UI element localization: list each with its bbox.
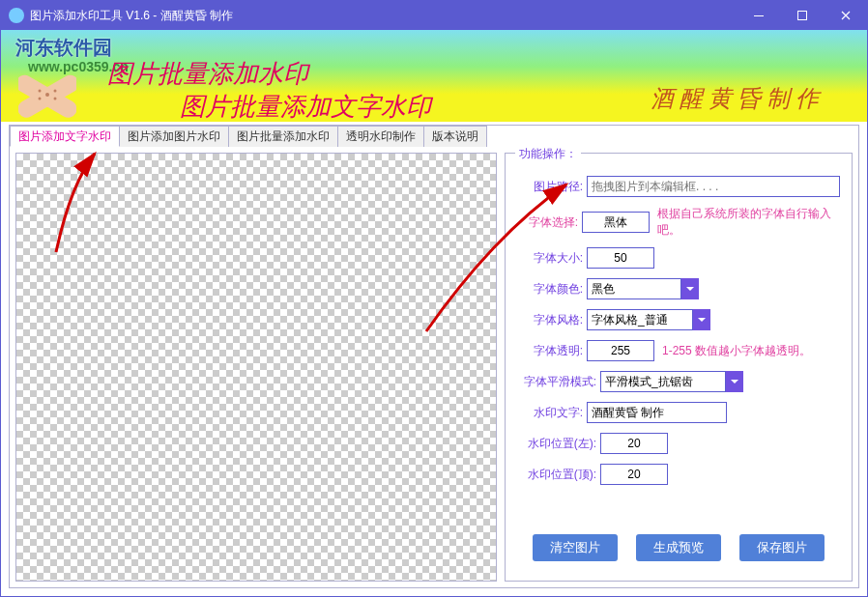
image-preview[interactable] bbox=[15, 153, 497, 582]
banner-line1: 图片批量添加水印 bbox=[107, 57, 308, 91]
font-style-select[interactable]: 字体风格_普通 bbox=[587, 309, 693, 330]
maximize-button[interactable] bbox=[780, 1, 824, 30]
minimize-button[interactable] bbox=[737, 1, 780, 30]
bandage-icon bbox=[18, 69, 76, 122]
svg-rect-2 bbox=[18, 71, 76, 121]
tab-version-notes[interactable]: 版本说明 bbox=[423, 126, 487, 147]
font-color-dropdown-button[interactable] bbox=[681, 278, 699, 299]
window-title: 图片添加水印工具 V1.6 - 酒醒黄昏 制作 bbox=[30, 8, 737, 24]
tab-transparent-watermark[interactable]: 透明水印制作 bbox=[337, 126, 424, 147]
tab-image-watermark[interactable]: 图片添加图片水印 bbox=[119, 126, 229, 147]
svg-point-4 bbox=[45, 93, 49, 97]
svg-point-8 bbox=[54, 90, 57, 93]
svg-rect-0 bbox=[754, 15, 764, 16]
pos-left-label: 水印位置(左): bbox=[517, 436, 600, 452]
font-style-dropdown-button[interactable] bbox=[693, 309, 710, 330]
font-color-select[interactable]: 黑色 bbox=[587, 278, 681, 299]
font-alpha-hint: 1-255 数值越小字体越透明。 bbox=[662, 343, 811, 359]
overlay-site-name: 河东软件园 bbox=[15, 35, 112, 61]
image-path-input[interactable] bbox=[587, 176, 840, 197]
font-alpha-label: 字体透明: bbox=[517, 343, 587, 359]
titlebar: 图片添加水印工具 V1.6 - 酒醒黄昏 制作 bbox=[1, 1, 867, 30]
chevron-down-icon bbox=[698, 316, 706, 324]
font-alpha-input[interactable] bbox=[587, 340, 654, 361]
svg-point-6 bbox=[54, 98, 57, 100]
pos-top-input[interactable] bbox=[600, 464, 668, 485]
tab-strip: 图片添加文字水印 图片添加图片水印 图片批量添加水印 透明水印制作 版本说明 bbox=[10, 126, 858, 147]
chevron-down-icon bbox=[686, 285, 694, 293]
font-select-hint: 根据自己系统所装的字体自行输入吧。 bbox=[657, 206, 840, 239]
banner-author: 酒 醒 黄 昏 制 作 bbox=[651, 83, 819, 114]
font-size-label: 字体大小: bbox=[517, 250, 587, 267]
font-color-label: 字体颜色: bbox=[517, 281, 587, 298]
image-path-label: 图片路径: bbox=[517, 179, 587, 195]
watermark-text-label: 水印文字: bbox=[517, 405, 587, 421]
pos-left-input[interactable] bbox=[600, 433, 668, 454]
close-button[interactable] bbox=[824, 1, 867, 30]
smooth-mode-dropdown-button[interactable] bbox=[726, 371, 743, 392]
font-select-input[interactable] bbox=[582, 212, 650, 233]
tab-batch-watermark[interactable]: 图片批量添加水印 bbox=[228, 126, 338, 147]
pos-top-label: 水印位置(顶): bbox=[517, 467, 600, 483]
settings-panel: 功能操作： 图片路径: 字体选择: 根据自己系统所装的字体自行输入吧。 字体大小… bbox=[505, 153, 853, 582]
tab-text-watermark[interactable]: 图片添加文字水印 bbox=[10, 126, 120, 147]
svg-rect-3 bbox=[18, 71, 76, 121]
smooth-mode-label: 字体平滑模式: bbox=[517, 374, 600, 390]
main-content: 图片添加文字水印 图片添加图片水印 图片批量添加水印 透明水印制作 版本说明 功… bbox=[9, 125, 859, 588]
font-style-label: 字体风格: bbox=[517, 312, 587, 328]
preview-button[interactable]: 生成预览 bbox=[636, 534, 721, 561]
app-icon bbox=[9, 8, 24, 23]
font-size-input[interactable] bbox=[587, 247, 654, 269]
save-button[interactable]: 保存图片 bbox=[739, 534, 825, 561]
svg-point-7 bbox=[39, 98, 42, 100]
watermark-text-input[interactable] bbox=[587, 402, 727, 423]
chevron-down-icon bbox=[731, 378, 738, 385]
svg-rect-1 bbox=[797, 12, 806, 20]
svg-point-5 bbox=[39, 90, 42, 93]
font-select-label: 字体选择: bbox=[517, 214, 582, 231]
banner-line2: 图片批量添加文字水印 bbox=[180, 90, 431, 124]
banner: 河东软件园 www.pc0359.cn 图片批量添加水印 图片批量添加文字水印 … bbox=[1, 30, 867, 122]
smooth-mode-select[interactable]: 平滑模式_抗锯齿 bbox=[600, 371, 726, 392]
clear-button[interactable]: 清空图片 bbox=[533, 534, 618, 561]
panel-legend: 功能操作： bbox=[515, 146, 581, 162]
